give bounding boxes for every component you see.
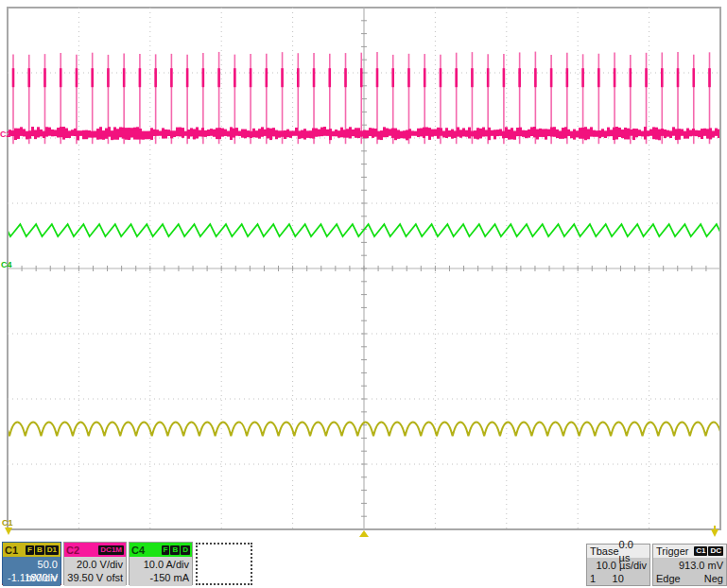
c4-amps-per-div: 10.0 A/div — [132, 558, 189, 571]
trigger-type: Edge — [656, 572, 681, 585]
c1-offscreen-marker: C1 — [2, 518, 13, 527]
timebase-values: 10.0 µs/div 1 MS 10 GS/s — [587, 558, 649, 585]
sample-rate: 10 GS/s — [613, 572, 647, 585]
c2-baseline-marker: C2 — [0, 130, 11, 139]
channel-descriptor-c4[interactable]: C4 F B D 10.0 A/div -150 mA — [129, 542, 193, 585]
trigger-source-badge: C1 — [694, 546, 707, 556]
trigger-time-marker-icon[interactable] — [359, 530, 369, 537]
badge-d1-icon: D1 — [45, 545, 59, 555]
channel-values-c2: 20.0 V/div 39.50 V ofst — [64, 557, 126, 586]
waveform-grid: C2C4C1 — [0, 0, 727, 588]
channel-values-c4: 10.0 A/div -150 mA — [130, 557, 192, 586]
channel-descriptor-c1[interactable]: C1 F B D1 50.0 mV/div -1.11800 V — [2, 542, 61, 585]
badge-f-icon: F — [26, 545, 34, 555]
channel-label-c2: C2 — [66, 544, 79, 557]
trigger-header: Trigger C1 DC — [653, 545, 726, 558]
c4-offset: -150 mA — [132, 571, 189, 584]
badge-d-icon: D — [181, 545, 190, 555]
sample-count: 1 MS — [590, 572, 613, 585]
c2-offset: 39.50 V ofst — [67, 571, 123, 584]
channel-badges-c4: F B D — [162, 545, 190, 555]
trigger-level: 913.0 mV — [656, 559, 723, 572]
channel-badges-c2: DC1M — [98, 545, 124, 555]
oscilloscope-screen: { "channels": [ {"label": "C1", "badges"… — [0, 0, 727, 588]
channel-descriptor-c2[interactable]: C2 DC1M 20.0 V/div 39.50 V ofst — [63, 542, 127, 585]
channel-badges-c1: F B D1 — [26, 545, 59, 555]
trigger-coupling-badge: DC — [708, 546, 723, 556]
trigger-slope: Neg — [704, 572, 723, 585]
empty-trace-slot[interactable] — [196, 543, 252, 585]
trigger-descriptor[interactable]: Trigger C1 DC 913.0 mV Edge Neg — [652, 544, 727, 586]
channel-header-c2: C2 DC1M — [64, 543, 126, 557]
c1-volts-per-div: 50.0 mV/div — [6, 558, 58, 571]
channel-header-c1: C1 F B D1 — [3, 543, 61, 557]
time-per-div: 10.0 µs/div — [590, 559, 647, 572]
trigger-level-marker-icon[interactable] — [711, 529, 718, 537]
timebase-descriptor[interactable]: Tbase 0.0 µs 10.0 µs/div 1 MS 10 GS/s — [586, 544, 650, 586]
c1-offset: -1.11800 V — [6, 571, 58, 584]
trigger-label: Trigger — [656, 545, 688, 558]
channel-header-c4: C4 F B D — [130, 543, 192, 557]
channel-label-c4: C4 — [131, 544, 145, 557]
badge-dc1m-icon: DC1M — [98, 545, 124, 555]
trigger-values: 913.0 mV Edge Neg — [653, 558, 726, 585]
badge-b-icon: B — [170, 545, 180, 555]
badge-f-icon: F — [162, 545, 170, 555]
c4-baseline-marker: C4 — [1, 260, 12, 269]
channel-values-c1: 50.0 mV/div -1.11800 V — [3, 557, 61, 586]
c1-offscreen-arrow-icon — [5, 527, 12, 535]
timebase-header: Tbase 0.0 µs — [587, 545, 649, 558]
badge-b-icon: B — [35, 545, 44, 555]
c2-volts-per-div: 20.0 V/div — [67, 558, 123, 571]
timebase-label: Tbase — [590, 545, 619, 558]
channel-label-c1: C1 — [5, 544, 18, 557]
